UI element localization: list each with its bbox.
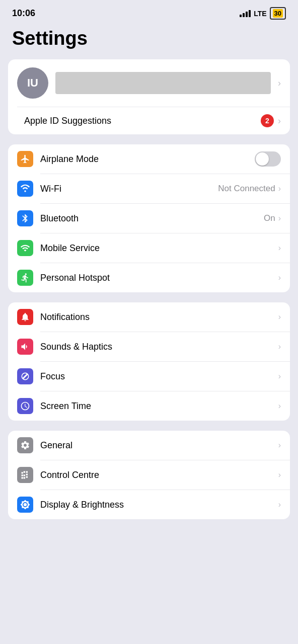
display-brightness-label: Display & Brightness [40,500,278,510]
display-svg [20,500,30,510]
sounds-haptics-row[interactable]: Sounds & Haptics › [8,332,290,361]
notifications-chevron: › [278,312,281,321]
airplane-mode-toggle[interactable] [255,151,281,167]
sounds-svg [20,342,30,352]
personal-hotspot-label: Personal Hotspot [40,273,278,283]
sounds-haptics-label: Sounds & Haptics [40,342,278,352]
page-title: Settings [0,24,298,59]
general-chevron: › [278,441,281,450]
wifi-value: Not Connected [218,184,275,194]
notifications-svg [20,312,30,322]
bluetooth-row[interactable]: Bluetooth On › [8,204,290,233]
profile-chevron: › [278,78,281,89]
signal-bar-4 [249,10,251,17]
avatar-initials: IU [27,76,38,90]
battery-level: 30 [273,9,283,18]
wifi-label: Wi-Fi [40,184,218,194]
connectivity-card: Airplane Mode Wi-Fi Not Connected › Blue… [8,144,290,292]
apple-id-row[interactable]: Apple ID Suggestions 2 › [8,107,290,134]
control-centre-row[interactable]: Control Centre › [8,460,290,490]
mobile-svg [20,243,30,253]
mobile-chevron: › [278,244,281,253]
apple-id-chevron: › [278,116,281,126]
general-icon [17,437,33,453]
wifi-chevron: › [278,184,281,193]
display-brightness-icon [17,497,33,513]
wifi-row[interactable]: Wi-Fi Not Connected › [8,174,290,203]
personal-hotspot-icon [17,270,33,286]
bluetooth-chevron: › [278,214,281,223]
sounds-chevron: › [278,342,281,351]
general-card: General › Control Centre › Display & Bri… [8,431,290,519]
general-svg [20,440,30,450]
general-label: General [40,440,278,451]
mobile-service-row[interactable]: Mobile Service › [8,233,290,263]
status-time: 10:06 [12,8,35,19]
control-centre-icon [17,467,33,483]
avatar: IU [17,67,48,99]
notifications-row[interactable]: Notifications › [8,302,290,332]
focus-label: Focus [40,371,278,382]
focus-row[interactable]: Focus › [8,362,290,391]
notifications-label: Notifications [40,312,278,323]
notifications-card: Notifications › Sounds & Haptics › Focus… [8,302,290,421]
screen-time-label: Screen Time [40,401,278,412]
general-row[interactable]: General › [8,431,290,460]
control-svg [20,470,30,480]
wifi-icon [17,181,33,197]
bluetooth-icon [17,210,33,226]
signal-bar-3 [246,12,248,17]
screen-time-chevron: › [278,401,281,411]
display-chevron: › [278,500,281,509]
apple-id-badge: 2 [261,114,274,127]
control-centre-chevron: › [278,470,281,479]
apple-id-label: Apple ID Suggestions [24,116,261,126]
airplane-svg [20,154,30,164]
status-right: LTE 30 [240,7,286,20]
signal-bars [240,10,251,17]
lte-label: LTE [254,10,266,18]
bluetooth-svg [20,213,30,223]
control-centre-label: Control Centre [40,470,278,480]
hotspot-chevron: › [278,273,281,282]
bluetooth-label: Bluetooth [40,213,264,224]
personal-hotspot-row[interactable]: Personal Hotspot › [8,263,290,292]
signal-bar-1 [240,15,242,17]
toggle-knob [256,152,269,166]
profile-info-blurred [55,72,271,94]
notifications-icon [17,309,33,325]
bluetooth-value: On [264,213,275,223]
focus-chevron: › [278,372,281,381]
mobile-service-label: Mobile Service [40,243,278,254]
airplane-mode-row[interactable]: Airplane Mode [8,144,290,174]
airplane-mode-icon [17,151,33,167]
display-brightness-row[interactable]: Display & Brightness › [8,490,290,519]
focus-icon [17,368,33,384]
screen-time-icon [17,398,33,414]
mobile-service-icon [17,240,33,256]
wifi-svg [20,184,30,194]
sounds-haptics-icon [17,339,33,355]
signal-bar-2 [243,13,245,17]
focus-svg [20,371,30,381]
profile-row[interactable]: IU › [8,59,290,107]
screentime-svg [20,401,30,411]
battery-indicator: 30 [270,7,286,20]
profile-card: IU › Apple ID Suggestions 2 › [8,59,290,134]
status-bar: 10:06 LTE 30 [0,0,298,24]
airplane-mode-label: Airplane Mode [40,154,255,165]
screen-time-row[interactable]: Screen Time › [8,391,290,421]
hotspot-svg [20,273,30,283]
